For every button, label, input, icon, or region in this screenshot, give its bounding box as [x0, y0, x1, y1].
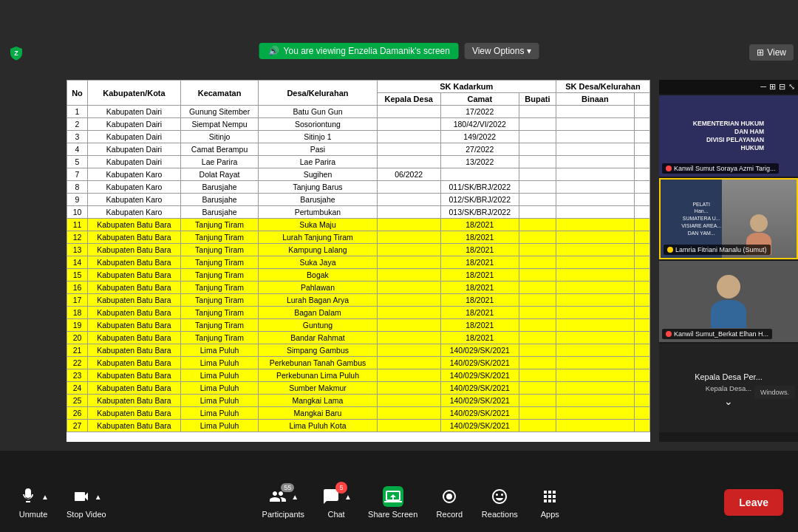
cell-kecamatan: Sitinjo	[180, 131, 258, 143]
chevron-down-icon[interactable]: ⌄	[724, 395, 733, 407]
cell-no: 5	[67, 156, 88, 168]
reactions-button[interactable]: Reactions	[481, 486, 518, 519]
cell-no: 25	[67, 395, 88, 407]
cell-extra	[635, 131, 650, 143]
panel-controls: ─ ⊞ ⊟ ⤡	[659, 80, 798, 94]
cell-desa: Kampung Lalang	[259, 244, 378, 256]
cell-extra	[635, 382, 650, 395]
govt-logo-text: KEMENTERIAN HUKUMDAN HAMDIVISI PELAYANAN…	[689, 115, 768, 157]
cell-extra	[635, 231, 650, 244]
cell-bupati	[519, 219, 556, 231]
cell-kepala-desa	[377, 131, 440, 143]
participant-name-tag-2: Lamria Fitriani Manalu (Sumut)	[664, 245, 771, 255]
cell-extra	[635, 106, 650, 118]
cell-extra	[635, 420, 650, 432]
participants-caret[interactable]: ▲	[291, 493, 299, 501]
cell-desa: Suka Maju	[259, 219, 378, 231]
table-row: 3 Kabupaten Dairi Sitinjo Sitinjo 1 149/…	[67, 131, 650, 143]
minus-icon[interactable]: ─	[760, 82, 766, 92]
cell-kecamatan: Tanjung Tiram	[180, 332, 258, 344]
participant-video-3: Kanwil Sumut_Berkat Elhan H...	[659, 261, 798, 342]
cell-kepala-desa	[377, 357, 440, 369]
col-header-sk-desa: SK Desa/Kelurahan	[556, 81, 649, 93]
windows-toast: Windows.	[754, 386, 795, 399]
view-options-button[interactable]: View Options ▾	[465, 43, 539, 59]
zoom-shield-icon: Z	[9, 46, 24, 61]
cell-kepala-desa	[377, 181, 440, 194]
cell-camat: 140/029/SK/2021	[440, 395, 519, 407]
cell-no: 1	[67, 106, 88, 118]
cell-desa: Tanjung Barus	[259, 181, 378, 194]
cell-extra	[635, 244, 650, 256]
cell-camat: 140/029/SK/2021	[440, 357, 519, 369]
cell-camat: 13/2022	[440, 156, 519, 168]
cell-kabupaten: Kabupaten Batu Bara	[88, 307, 181, 319]
microphone-icon	[18, 486, 38, 507]
cell-bupati	[519, 294, 556, 307]
chat-icon: 5	[321, 486, 341, 507]
view-button[interactable]: ⊞ View	[749, 44, 794, 61]
video-caret[interactable]: ▲	[95, 493, 102, 501]
cell-binaan	[556, 420, 634, 432]
cell-camat: 18/2021	[440, 269, 519, 282]
participants-button[interactable]: 55 ▲ Participants	[262, 486, 304, 519]
screen-share-badge: 🔊 You are viewing Enzelia Damanik's scre…	[259, 43, 459, 59]
cell-bupati	[519, 357, 556, 369]
cell-camat: 011/SK/BRJ/2022	[440, 181, 519, 194]
cell-desa: Mangkai Baru	[259, 407, 378, 420]
cell-camat: 140/029/SK/2021	[440, 420, 519, 432]
cell-kecamatan: Tanjung Tiram	[180, 282, 258, 294]
record-button[interactable]: Record	[431, 486, 468, 519]
col-header-desa: Desa/Kelurahan	[259, 81, 378, 106]
cell-no: 16	[67, 282, 88, 294]
share-screen-button[interactable]: Share Screen	[368, 486, 417, 519]
cell-kecamatan: Siempat Nempu	[180, 118, 258, 131]
cell-desa: Sosoriontung	[259, 118, 378, 131]
cell-kepala-desa	[377, 156, 440, 168]
cell-bupati	[519, 395, 556, 407]
col-header-binaan: Binaan	[556, 93, 634, 106]
cell-binaan	[556, 269, 634, 282]
toolbar-center: 55 ▲ Participants 5 ▲ Chat Share Screen	[106, 486, 725, 519]
cell-extra	[635, 256, 650, 269]
gallery-icon[interactable]: ⊟	[779, 82, 785, 92]
cell-extra	[635, 344, 650, 357]
cell-bupati	[519, 269, 556, 282]
apps-button[interactable]: Apps	[531, 486, 568, 519]
expand-icon[interactable]: ⤡	[788, 82, 795, 92]
unmute-caret[interactable]: ▲	[41, 493, 49, 501]
col-header-kecamatan: Kecamatan	[180, 81, 258, 106]
cell-kepala-desa	[377, 106, 440, 118]
col-header-sk-kadarkum: SK Kadarkum	[377, 81, 556, 93]
chat-label: Chat	[327, 510, 344, 519]
cell-extra	[635, 369, 650, 382]
cell-kecamatan: Tanjung Tiram	[180, 307, 258, 319]
cell-no: 27	[67, 420, 88, 432]
grid-view-icon[interactable]: ⊞	[769, 82, 776, 92]
main-video-area: Z 🔊 You are viewing Enzelia Damanik's sc…	[0, 0, 798, 451]
cell-no: 10	[67, 206, 88, 219]
cell-binaan	[556, 206, 634, 219]
cell-camat: 18/2021	[440, 332, 519, 344]
cell-kabupaten: Kabupaten Batu Bara	[88, 219, 181, 231]
cell-bupati	[519, 319, 556, 332]
cell-desa: Bagan Dalam	[259, 307, 378, 319]
cell-bupati	[519, 344, 556, 357]
toolbar-left: ▲ Unmute ▲ Stop Video	[15, 486, 106, 519]
stop-video-button[interactable]: ▲ Stop Video	[66, 486, 106, 519]
cell-extra	[635, 294, 650, 307]
cell-camat: 18/2021	[440, 282, 519, 294]
chat-caret[interactable]: ▲	[344, 493, 352, 501]
cell-no: 4	[67, 143, 88, 156]
leave-button[interactable]: Leave	[724, 489, 783, 516]
panel-bottom-title: Kepala Desa Per...	[689, 369, 768, 384]
cell-binaan	[556, 156, 634, 168]
unmute-button[interactable]: ▲ Unmute	[15, 486, 52, 519]
cell-kabupaten: Kabupaten Dairi	[88, 156, 181, 168]
view-options-caret: ▾	[527, 46, 531, 56]
toolbar-right: Leave	[724, 489, 783, 516]
cell-kecamatan: Lima Puluh	[180, 344, 258, 357]
cell-camat: 18/2021	[440, 319, 519, 332]
cell-bupati	[519, 244, 556, 256]
chat-button[interactable]: 5 ▲ Chat	[318, 486, 355, 519]
